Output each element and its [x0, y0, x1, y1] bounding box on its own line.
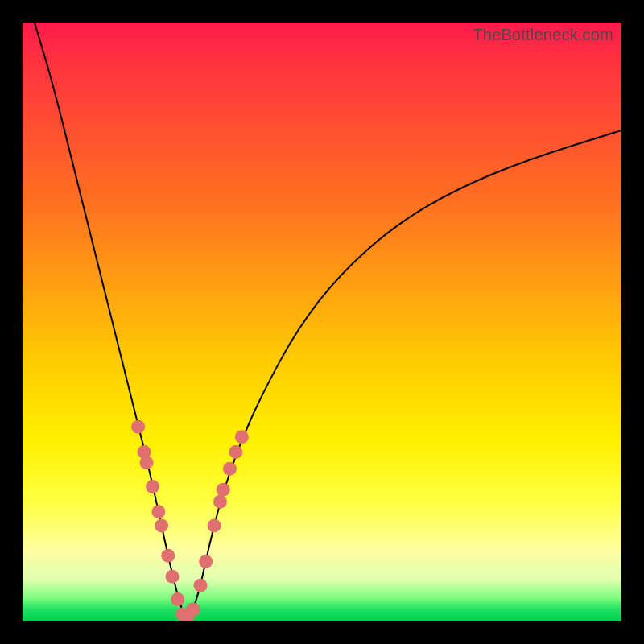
data-marker	[151, 505, 165, 518]
data-marker	[171, 592, 184, 606]
data-marker	[199, 555, 213, 568]
marker-group	[131, 420, 249, 621]
data-marker	[155, 518, 168, 532]
chart-frame: TheBottleneck.com	[0, 0, 644, 644]
data-marker	[217, 483, 230, 497]
data-marker	[223, 462, 237, 476]
data-marker	[166, 570, 180, 584]
data-marker	[161, 549, 175, 563]
data-marker	[131, 420, 145, 434]
data-marker	[187, 603, 200, 617]
data-marker	[208, 518, 221, 532]
curve-svg	[23, 23, 621, 621]
data-marker	[235, 430, 249, 444]
data-marker	[146, 480, 159, 493]
data-marker	[193, 579, 207, 592]
data-marker	[140, 456, 154, 469]
bottleneck-curve	[35, 23, 621, 617]
plot-area: TheBottleneck.com	[23, 23, 621, 621]
data-marker	[213, 495, 227, 509]
data-marker	[229, 445, 242, 459]
